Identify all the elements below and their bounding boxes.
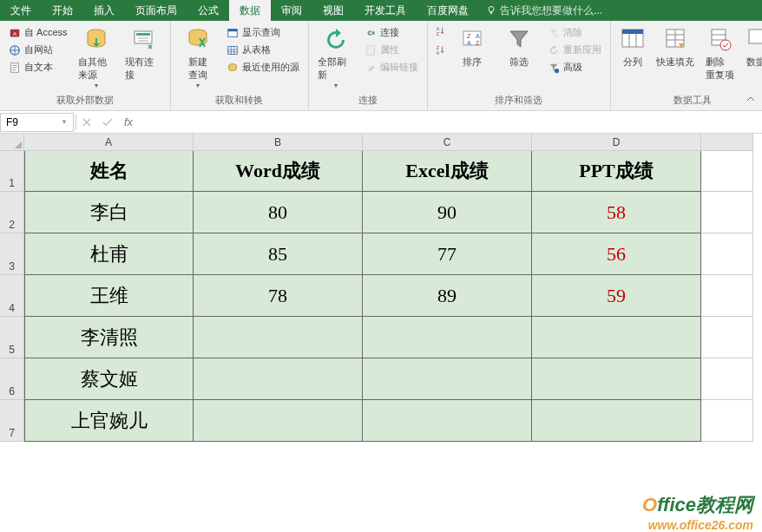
- cell-grid: 姓名Word成绩Excel成绩PPT成绩李白809058杜甫857756王维78…: [24, 151, 753, 442]
- cell[interactable]: [701, 192, 753, 233]
- column-header[interactable]: [701, 134, 753, 151]
- column-header[interactable]: A: [24, 134, 194, 151]
- data-cell[interactable]: [532, 358, 701, 400]
- recent-sources-button[interactable]: 最近使用的源: [223, 59, 303, 76]
- cancel-formula-button[interactable]: [76, 113, 97, 132]
- column-header[interactable]: D: [532, 134, 701, 151]
- tab-pagelayout[interactable]: 页面布局: [125, 0, 187, 21]
- advanced-filter-button[interactable]: 高级: [544, 59, 605, 76]
- row-header[interactable]: 3: [0, 233, 24, 275]
- collapse-ribbon-button[interactable]: [745, 93, 757, 105]
- svg-text:Z: Z: [476, 40, 480, 46]
- data-cell[interactable]: 59: [532, 275, 701, 317]
- name-box[interactable]: F9 ▼: [0, 113, 74, 132]
- data-cell[interactable]: 85: [194, 233, 363, 275]
- data-cell[interactable]: 58: [532, 192, 701, 233]
- edit-links-button[interactable]: 编辑链接: [361, 59, 422, 76]
- column-header[interactable]: B: [194, 134, 363, 151]
- data-cell[interactable]: 56: [532, 233, 701, 275]
- show-queries-button[interactable]: 显示查询: [223, 24, 303, 41]
- header-cell[interactable]: 姓名: [24, 151, 194, 192]
- cell[interactable]: [701, 275, 753, 317]
- refresh-all-button[interactable]: 全部刷新▾: [314, 24, 358, 91]
- flash-fill-button[interactable]: 快速填充: [653, 24, 698, 70]
- data-cell[interactable]: 77: [363, 233, 532, 275]
- row-header[interactable]: 1: [0, 151, 24, 192]
- data-cell[interactable]: 李白: [24, 192, 194, 233]
- header-cell[interactable]: PPT成绩: [532, 151, 701, 192]
- sort-button[interactable]: ZAAZ 排序: [450, 24, 494, 70]
- svg-point-25: [554, 68, 558, 72]
- cell[interactable]: [701, 400, 753, 442]
- data-cell[interactable]: [532, 317, 701, 358]
- data-cell[interactable]: [363, 358, 532, 400]
- cell[interactable]: [701, 317, 753, 358]
- text-to-columns-button[interactable]: 分列: [616, 24, 649, 70]
- from-web-button[interactable]: 自网站: [5, 42, 71, 58]
- svg-text:A: A: [476, 33, 480, 39]
- tell-me-search[interactable]: 告诉我您想要做什么...: [486, 0, 602, 21]
- svg-point-30: [720, 40, 731, 50]
- tab-data[interactable]: 数据: [229, 0, 271, 21]
- data-cell[interactable]: 90: [363, 192, 532, 233]
- insert-function-button[interactable]: fx: [118, 113, 139, 132]
- data-cell[interactable]: 王维: [24, 275, 194, 317]
- sort-az-button[interactable]: AZ: [433, 24, 447, 38]
- group-label: 排序和筛选: [433, 92, 605, 110]
- existing-connections-button[interactable]: 现有连接: [122, 24, 165, 83]
- row-header[interactable]: 5: [0, 317, 24, 358]
- tab-baidu[interactable]: 百度网盘: [417, 0, 479, 21]
- from-text-button[interactable]: 自文本: [5, 59, 71, 76]
- connections-icon: [129, 26, 157, 54]
- row-headers: 1234567: [0, 151, 24, 442]
- data-cell[interactable]: [363, 400, 532, 442]
- from-table-button[interactable]: 从表格: [223, 42, 303, 58]
- column-header[interactable]: C: [363, 134, 532, 151]
- tab-formulas[interactable]: 公式: [187, 0, 229, 21]
- text-icon: [9, 62, 21, 74]
- other-sources-icon: [82, 26, 110, 54]
- row-header[interactable]: 6: [0, 358, 24, 400]
- data-cell[interactable]: 蔡文姬: [24, 358, 194, 400]
- data-validation-button[interactable]: 数据: [743, 24, 762, 70]
- data-cell[interactable]: 78: [194, 275, 363, 317]
- clear-filter-button[interactable]: 清除: [544, 24, 605, 41]
- svg-rect-14: [371, 31, 374, 35]
- data-cell[interactable]: [532, 400, 701, 442]
- header-cell[interactable]: Excel成绩: [363, 151, 532, 192]
- data-cell[interactable]: 杜甫: [24, 233, 194, 275]
- tab-insert[interactable]: 插入: [83, 0, 125, 21]
- header-cell[interactable]: Word成绩: [194, 151, 363, 192]
- data-cell[interactable]: [194, 358, 363, 400]
- data-cell[interactable]: [194, 400, 363, 442]
- formula-input[interactable]: [139, 113, 762, 132]
- from-access-button[interactable]: A自 Access: [5, 24, 71, 41]
- data-cell[interactable]: [363, 317, 532, 358]
- reapply-button[interactable]: 重新应用: [544, 42, 605, 58]
- tab-home[interactable]: 开始: [42, 0, 83, 21]
- tab-review[interactable]: 审阅: [271, 0, 312, 21]
- from-other-sources-button[interactable]: 自其他来源▾: [75, 24, 118, 91]
- tab-view[interactable]: 视图: [312, 0, 354, 21]
- properties-button[interactable]: 属性: [361, 42, 422, 58]
- new-query-button[interactable]: 新建 查询▾: [176, 24, 220, 91]
- tab-file[interactable]: 文件: [0, 0, 42, 21]
- data-cell[interactable]: 上官婉儿: [24, 400, 194, 442]
- confirm-formula-button[interactable]: [97, 113, 118, 132]
- sort-za-button[interactable]: ZA: [433, 43, 447, 57]
- row-header[interactable]: 7: [0, 400, 24, 442]
- cell[interactable]: [701, 358, 753, 400]
- data-cell[interactable]: 80: [194, 192, 363, 233]
- connections-button[interactable]: 连接: [361, 24, 422, 41]
- tab-developer[interactable]: 开发工具: [354, 0, 417, 21]
- data-cell[interactable]: 李清照: [24, 317, 194, 358]
- cell[interactable]: [701, 151, 753, 192]
- cell[interactable]: [701, 233, 753, 275]
- row-header[interactable]: 4: [0, 275, 24, 317]
- row-header[interactable]: 2: [0, 192, 24, 233]
- data-cell[interactable]: [194, 317, 363, 358]
- filter-button[interactable]: 筛选: [497, 24, 541, 70]
- data-cell[interactable]: 89: [363, 275, 532, 317]
- select-all-button[interactable]: [0, 134, 24, 151]
- remove-duplicates-button[interactable]: 删除 重复项: [701, 24, 739, 83]
